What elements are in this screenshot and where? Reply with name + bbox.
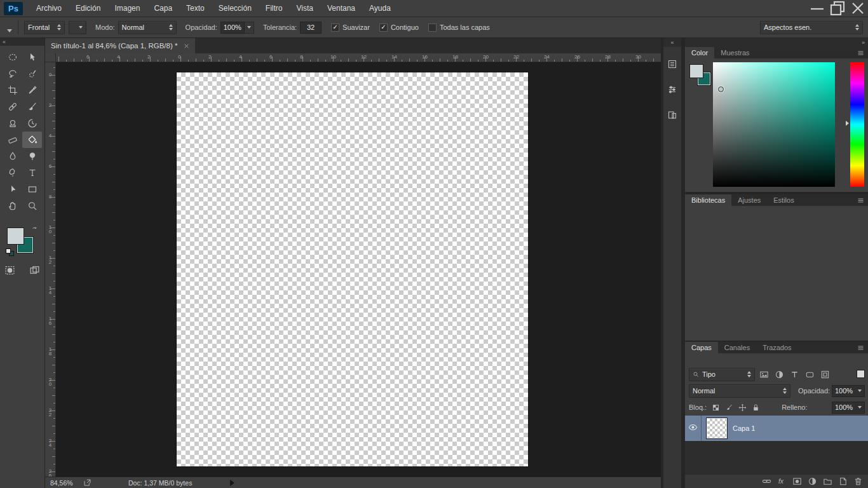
zoom-tool[interactable]: [22, 198, 42, 214]
pen-tool[interactable]: [3, 165, 22, 181]
libraries-panel-menu-icon[interactable]: [857, 194, 868, 206]
document-tab[interactable]: Sin título-1 al 84,6% (Capa 1, RGB/8) *: [45, 38, 195, 53]
layer-filter-toggle[interactable]: [857, 370, 865, 378]
blend-mode-select[interactable]: Normal: [689, 384, 790, 398]
tool-preset-picker[interactable]: [5, 23, 12, 32]
eraser-tool[interactable]: [3, 132, 22, 148]
close-tab-icon[interactable]: [184, 43, 189, 49]
color-tab-muestras[interactable]: Muestras: [714, 47, 756, 58]
link-layers-icon[interactable]: [759, 475, 774, 488]
clone-stamp-tool[interactable]: [3, 115, 22, 132]
menu-capa[interactable]: Capa: [147, 0, 179, 17]
status-menu-arrow-icon[interactable]: [230, 480, 234, 486]
color-picker-cursor[interactable]: [718, 86, 724, 92]
crop-tool[interactable]: [3, 82, 22, 98]
layer-mask-icon[interactable]: [789, 475, 804, 488]
screen-mode-button[interactable]: [29, 265, 40, 278]
layer-effects-icon[interactable]: fx: [774, 475, 789, 488]
fill-field[interactable]: 100%: [832, 402, 865, 414]
dock-expand-button[interactable]: «: [663, 38, 681, 47]
device-preview-panel-icon[interactable]: [663, 107, 681, 123]
filter-type-layers-icon[interactable]: [789, 369, 800, 380]
libraries-tab-estilos[interactable]: Estilos: [767, 194, 800, 206]
document-canvas[interactable]: [177, 72, 528, 466]
elliptical-marquee-tool[interactable]: [3, 49, 22, 65]
horizontal-ruler[interactable]: 642024681012141618202224262830: [56, 53, 661, 62]
layers-opacity-field[interactable]: 100%: [832, 385, 865, 397]
lasso-tool[interactable]: [3, 65, 22, 82]
fill-source-select[interactable]: Frontal: [24, 21, 65, 34]
layer-group-icon[interactable]: [820, 475, 835, 488]
color-panel-menu-icon[interactable]: [857, 47, 868, 58]
hand-tool[interactable]: [3, 198, 22, 214]
new-layer-icon[interactable]: [835, 475, 850, 488]
canvas-viewport[interactable]: [56, 62, 661, 477]
restore-button[interactable]: [827, 0, 848, 17]
new-adjustment-layer-icon[interactable]: [804, 475, 820, 488]
lock-all-icon[interactable]: [752, 403, 760, 412]
toolbar-collapse-button[interactable]: «: [0, 38, 44, 46]
healing-brush-tool[interactable]: [3, 98, 22, 115]
history-brush-tool[interactable]: [22, 115, 42, 132]
minimize-button[interactable]: [807, 0, 827, 17]
menu-edicion[interactable]: Edición: [69, 0, 107, 17]
filter-adjustment-layers-icon[interactable]: [774, 369, 785, 380]
shape-tool[interactable]: [22, 181, 42, 198]
paint-bucket-tool[interactable]: [22, 132, 42, 148]
menu-filtro[interactable]: Filtro: [259, 0, 290, 17]
quick-mask-button[interactable]: [4, 265, 15, 278]
layers-tab-capas[interactable]: Capas: [685, 342, 718, 353]
layer-visibility-toggle[interactable]: [685, 416, 702, 441]
blur-tool[interactable]: [3, 148, 22, 165]
menu-archivo[interactable]: Archivo: [29, 0, 69, 17]
layer-name[interactable]: Capa 1: [733, 424, 755, 432]
color-tab-color[interactable]: Color: [685, 47, 714, 58]
menu-texto[interactable]: Texto: [179, 0, 212, 17]
libraries-tab-bibliotecas[interactable]: Bibliotecas: [685, 194, 731, 206]
share-icon[interactable]: [83, 478, 92, 487]
foreground-color-swatch[interactable]: [690, 65, 703, 78]
delete-layer-icon[interactable]: [850, 475, 865, 488]
layer-filter-select[interactable]: Tipo: [689, 368, 755, 381]
foreground-color-swatch[interactable]: [8, 228, 24, 244]
quick-selection-tool[interactable]: [22, 65, 42, 82]
checkbox-box[interactable]: ✓: [379, 24, 388, 32]
history-panel-icon[interactable]: [663, 56, 681, 72]
type-tool[interactable]: [22, 165, 42, 181]
opacity-value-field[interactable]: 100%: [220, 22, 245, 34]
checkbox-suavizar[interactable]: ✓Suavizar: [331, 24, 370, 32]
lock-position-icon[interactable]: [738, 403, 747, 412]
hue-slider[interactable]: [850, 62, 864, 187]
saturation-brightness-picker[interactable]: [713, 62, 835, 187]
checkbox-box[interactable]: ✓: [331, 24, 339, 32]
vertical-ruler[interactable]: 02468101214161820222426: [45, 62, 56, 477]
ruler-corner[interactable]: [45, 53, 56, 62]
dock-collapse-button[interactable]: »: [685, 38, 868, 47]
libraries-tab-ajustes[interactable]: Ajustes: [731, 194, 767, 206]
default-colors-icon[interactable]: [6, 248, 15, 256]
dodge-tool[interactable]: [22, 148, 42, 165]
zoom-level-field[interactable]: 84,56%: [50, 479, 77, 487]
opacity-dropdown-button[interactable]: [245, 22, 254, 34]
menu-seleccion[interactable]: Selección: [212, 0, 259, 17]
workspace-select[interactable]: Aspectos esen.: [760, 21, 863, 34]
pattern-picker-select[interactable]: [69, 21, 86, 34]
properties-panel-icon[interactable]: [663, 81, 681, 98]
filter-shape-layers-icon[interactable]: [804, 369, 815, 380]
checkbox-box[interactable]: [428, 24, 437, 32]
menu-vista[interactable]: Vista: [289, 0, 320, 17]
close-button[interactable]: [848, 0, 868, 17]
lock-pixels-icon[interactable]: [725, 403, 733, 412]
checkbox-contiguo[interactable]: ✓Contiguo: [379, 24, 419, 32]
path-selection-tool[interactable]: [3, 181, 22, 198]
menu-ventana[interactable]: Ventana: [320, 0, 362, 17]
layer-row[interactable]: Capa 1: [685, 416, 868, 441]
tolerance-input[interactable]: [300, 22, 322, 34]
eyedropper-tool[interactable]: [22, 82, 42, 98]
layers-tab-trazados[interactable]: Trazados: [756, 342, 797, 353]
mode-select[interactable]: Normal: [118, 21, 177, 34]
filter-pixel-layers-icon[interactable]: [759, 369, 770, 380]
lock-transparency-icon[interactable]: [712, 403, 720, 412]
layers-tab-canales[interactable]: Canales: [718, 342, 756, 353]
checkbox-todas-las-capas[interactable]: Todas las capas: [428, 24, 490, 32]
